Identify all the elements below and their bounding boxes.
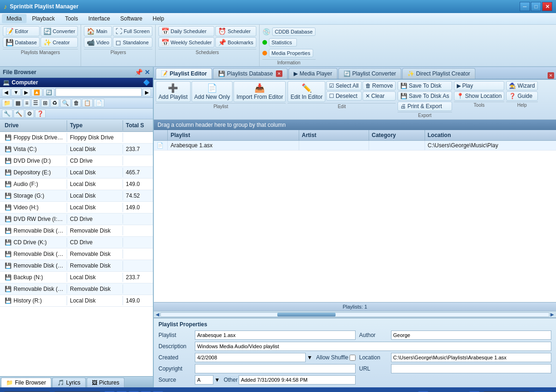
file-row[interactable]: 💾Vista (C:) Local Disk 233.7 <box>0 144 153 155</box>
col-category[interactable]: Category <box>369 130 425 140</box>
paste-button[interactable]: 📄 <box>94 99 104 107</box>
file-row[interactable]: 💾DVD RW Drive (I:) Audio CD CD Drive <box>0 213 153 225</box>
file-row[interactable]: 💾Floppy Disk Drive (A:) Floppy Disk Driv… <box>0 132 153 144</box>
forward-button[interactable]: ▶ <box>22 89 30 96</box>
close-button[interactable]: ✕ <box>542 2 552 11</box>
nav-path-input[interactable] <box>55 88 142 96</box>
import-from-editor-button[interactable]: 📥 Import From Editor <box>233 81 286 102</box>
play-button[interactable]: ▶ Play <box>454 81 505 90</box>
location-input[interactable] <box>391 353 552 362</box>
file-row[interactable]: 💾History (R:) Local Disk 149.0 <box>0 295 153 307</box>
file-row[interactable]: 💾Removable Disk (L:) Removable Disk <box>0 248 153 260</box>
panel-close-button[interactable]: ✕ <box>144 69 150 76</box>
menu-media[interactable]: Media <box>2 14 27 23</box>
maximize-button[interactable]: □ <box>531 2 541 11</box>
add-playlist-button[interactable]: ➕ Add Playlist <box>156 81 191 102</box>
author-input[interactable] <box>391 330 552 340</box>
scroll-left-arrow[interactable]: ◀ <box>155 312 160 317</box>
print-export-button[interactable]: 🖨 Print & Export <box>398 102 452 111</box>
menu-playback[interactable]: Playback <box>27 14 60 23</box>
wizard-button[interactable]: 🧙 Wizard <box>506 81 537 90</box>
cddb-button[interactable]: CDDB Database <box>272 28 316 36</box>
file-row[interactable]: 💾DVD Drive (D:) CD Drive <box>0 155 153 167</box>
created-dropdown-icon[interactable]: ▼ <box>307 354 312 361</box>
media-properties-button[interactable]: Media Properties <box>269 49 313 57</box>
main-button[interactable]: 🏠Main <box>84 26 112 36</box>
tab-playlists-database[interactable]: 💾 Playlists Database ✕ <box>213 68 288 79</box>
file-row[interactable]: 💾Storage (G:) Local Disk 74.52 <box>0 190 153 202</box>
search-button[interactable]: 🔍 <box>60 99 71 107</box>
url-input[interactable] <box>391 364 552 373</box>
database-button[interactable]: 💾Database <box>3 37 40 48</box>
add-new-only-button[interactable]: 📄 Add New Only <box>192 81 233 102</box>
edit-in-editor-button[interactable]: ✏️ Edit In Editor <box>288 81 325 102</box>
tool-a[interactable]: 🔧 <box>2 110 13 118</box>
editor-button[interactable]: 📝Editor <box>3 26 40 36</box>
tool-d[interactable]: ❓ <box>35 110 46 118</box>
size-column-header[interactable]: Total S <box>123 120 151 131</box>
created-input[interactable] <box>195 353 306 362</box>
tab-pictures[interactable]: 🖼 Pictures <box>87 378 124 387</box>
panel-close-x[interactable]: ✕ <box>548 72 554 79</box>
creator-button[interactable]: ✨Creator <box>41 37 78 48</box>
playlists-db-close-button[interactable]: ✕ <box>276 70 282 77</box>
pin-button[interactable]: 📌 <box>135 69 143 76</box>
file-row[interactable]: 💾Removable Disk (J:) Removable Disk <box>0 225 153 237</box>
menu-interface[interactable]: Interface <box>83 14 115 23</box>
refresh-files-button[interactable]: ♻ <box>50 99 59 107</box>
copy-files-button[interactable]: 📋 <box>82 99 93 107</box>
description-input[interactable] <box>195 342 551 351</box>
drive-column-header[interactable]: Drive <box>2 120 67 131</box>
minimize-button[interactable]: ─ <box>520 2 530 11</box>
file-row[interactable]: 💾Removable Disk (O:) Removable Disk <box>0 283 153 295</box>
new-folder-button[interactable]: 📁 <box>2 99 13 107</box>
converter-button[interactable]: 🔄Converter <box>41 26 78 36</box>
bookmarks-button[interactable]: 📌Bookmarks <box>215 37 256 48</box>
tab-file-browser[interactable]: 📁 File Browser <box>1 378 51 387</box>
scroll-right-arrow[interactable]: ▶ <box>549 312 555 317</box>
source-dropdown-icon[interactable]: ▼ <box>214 377 220 383</box>
col-icon[interactable] <box>154 130 168 140</box>
col-playlist[interactable]: Playlist <box>168 130 299 140</box>
scroll-track[interactable] <box>160 312 549 317</box>
guide-button[interactable]: ❓ Guide <box>506 91 537 101</box>
weekly-scheduler-button[interactable]: 📅Weekly Scheduler <box>158 37 214 48</box>
tool-b[interactable]: 🔨 <box>14 110 24 118</box>
grid-view-button[interactable]: ▦ <box>14 99 22 107</box>
file-row[interactable]: 💾Video (H:) Local Disk 149.0 <box>0 202 153 213</box>
table-row[interactable]: 📄 Arabesque 1.asx C:\Users\George\Music\… <box>154 141 556 151</box>
menu-help[interactable]: Help <box>148 14 169 23</box>
remove-button[interactable]: 🗑 Remove <box>363 81 396 90</box>
details-view-button[interactable]: ☰ <box>31 99 40 107</box>
clear-button[interactable]: ✕ Clear <box>363 91 396 101</box>
save-to-disk-button[interactable]: 💾 Save To Disk <box>398 81 452 90</box>
back-button[interactable]: ◀ <box>2 89 10 96</box>
type-column-header[interactable]: Type <box>67 120 123 131</box>
save-to-disk-as-button[interactable]: 💾 Save To Disk As <box>398 91 452 101</box>
deselect-button[interactable]: ☐ Deselect <box>326 91 361 101</box>
menu-software[interactable]: Software <box>116 14 147 23</box>
video-button[interactable]: 📹Video <box>84 37 112 48</box>
fullscreen-button[interactable]: ⛶Full Screen <box>113 26 152 36</box>
tab-media-player[interactable]: ▶ Media Player <box>288 68 337 79</box>
col-location[interactable]: Location <box>425 130 556 140</box>
daily-scheduler-button[interactable]: 📅Daily Scheduler <box>158 26 214 36</box>
delete-button[interactable]: 🗑 <box>72 99 81 107</box>
file-row[interactable]: 💾Depository (E:) Local Disk 465.7 <box>0 167 153 179</box>
select-all-button[interactable]: ☑ Select All <box>326 81 361 90</box>
copyright-input[interactable] <box>195 364 356 373</box>
statistics-button[interactable]: Statistics <box>269 38 297 47</box>
down-button[interactable]: ▼ <box>11 89 21 96</box>
menu-tools[interactable]: Tools <box>60 14 82 23</box>
tab-playlist-converter[interactable]: 🔄 Playlist Converter <box>338 68 401 79</box>
tab-playlist-editor[interactable]: 📝 Playlist Editor <box>156 68 212 79</box>
tool-c[interactable]: ⚙ <box>25 110 34 118</box>
source-input[interactable] <box>195 375 213 385</box>
large-icons-button[interactable]: ⊞ <box>41 99 49 107</box>
tab-lyrics[interactable]: 🎵 Lyrics <box>52 378 86 387</box>
standalone-button[interactable]: ◻Standalone <box>113 37 152 48</box>
playlist-input[interactable] <box>195 330 356 340</box>
scroll-thumb[interactable] <box>277 313 336 316</box>
file-row[interactable]: 💾Removable Disk (M:) Removable Disk <box>0 260 153 272</box>
file-row[interactable]: 💾Audio (F:) Local Disk 149.0 <box>0 179 153 190</box>
